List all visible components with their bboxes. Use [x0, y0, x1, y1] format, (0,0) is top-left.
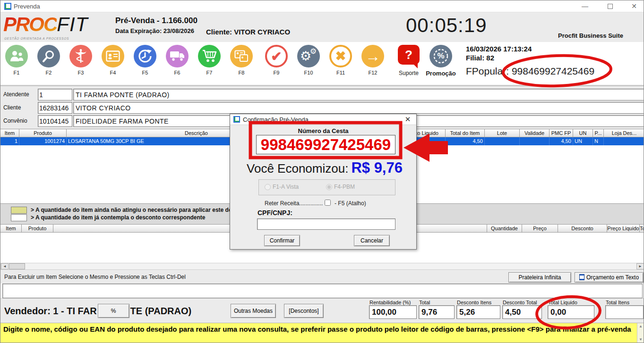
reter-receita-checkbox[interactable] [325, 200, 331, 206]
atendente-label: Atendente [3, 91, 29, 98]
minimize-button[interactable]: — [575, 0, 595, 12]
help-bubble-icon: ? [398, 45, 420, 65]
status-bar: Digite o nome, código ou EAN do produto … [0, 323, 644, 343]
column-header[interactable]: Lote [485, 129, 520, 137]
scroll-down-icon[interactable]: ▼ [637, 336, 644, 343]
column-header[interactable]: P... [593, 129, 604, 137]
economizou-label: Você Economizou: [247, 161, 348, 176]
column-header[interactable]: Produto [22, 224, 53, 233]
horizontal-scrollbar[interactable]: ◄ ► [0, 263, 644, 270]
radio-pbm-icon[interactable] [326, 184, 332, 190]
cards-icon [230, 45, 253, 67]
cliente-name-input[interactable] [73, 102, 644, 114]
column-header[interactable]: Produto [19, 129, 67, 137]
toolbar-button-f12[interactable]: → F12 [357, 45, 389, 77]
suite-label: Procfit Business Suite [558, 32, 623, 39]
toolbar-button-f9[interactable]: ✔ F9 [260, 45, 292, 77]
prevenda-number: Pré-Venda - 1.166.000 [115, 16, 197, 25]
convenio-label: Convênio [3, 117, 27, 124]
header: PROCFIT GESTÃO ORIENTADA A PROCESSOS Pré… [0, 12, 644, 42]
reter-receita-label: Reter Receita............... [265, 200, 323, 207]
fpopular-label: FPopular: [466, 66, 509, 76]
radio-avista-icon[interactable] [265, 184, 271, 190]
toolbar-button-f11[interactable]: ✖ F11 [325, 45, 357, 77]
column-header[interactable]: Quantidade [487, 224, 522, 233]
prateleira-infinita-button[interactable]: Prateleira Infinita [508, 272, 571, 283]
atendente-name-input[interactable] [73, 89, 644, 100]
radio-f4-pbm[interactable]: F4-PBM [326, 184, 355, 190]
product-entry-input[interactable] [2, 284, 643, 298]
filial-label: Filial: 82 [466, 53, 642, 62]
maximize-icon [608, 4, 613, 9]
toolbar-button-f7[interactable]: F7 [193, 45, 225, 77]
radio-f1-avista[interactable]: F1-A Vista [265, 184, 299, 190]
column-header[interactable]: PMC FP [550, 129, 573, 137]
truck-icon [166, 45, 189, 67]
scroll-up-icon[interactable]: ▲ [637, 323, 644, 330]
check-icon: ✔ [265, 45, 288, 67]
close-button[interactable]: ✕ [624, 0, 644, 12]
rentabilidade-label: Rentabilidade (%) [369, 300, 411, 305]
fpopular-value: 998469927425469 [512, 66, 594, 76]
maximize-button[interactable] [600, 0, 620, 12]
expiration-date: Data Expiração: 23/08/2026 [115, 27, 194, 34]
cpf-cnpj-input[interactable] [257, 218, 395, 230]
procfit-logo: PROCFIT GESTÃO ORIENTADA A PROCESSOS [3, 13, 88, 36]
total-itens-label: Total Itens [606, 300, 629, 305]
total-liquido-label: Total Liquido [548, 300, 577, 305]
descontos-button[interactable]: [Descontos] [284, 304, 324, 318]
total-itens-value [605, 305, 644, 319]
toolbar-button-f2[interactable]: F2 [33, 45, 65, 77]
orcamento-texto-button[interactable]: Orçamento em Texto [575, 272, 644, 283]
toolbar-button-f10[interactable]: ⚙ ⚙ F10 [292, 45, 325, 77]
caduceus-icon [69, 45, 92, 67]
excluir-bar: Para Excluir um Item Selecione o Mesmo e… [0, 270, 644, 284]
column-header[interactable]: Item [0, 129, 19, 137]
toolbar-button-f5[interactable]: F5 [129, 45, 161, 77]
rentabilidade-value: 100,00 [369, 305, 417, 319]
history-clock-icon [134, 45, 156, 67]
scroll-left-icon[interactable]: ◄ [1, 263, 9, 269]
arrow-right-icon: → [361, 45, 384, 67]
convenio-code-input[interactable] [38, 115, 72, 127]
atendente-code-input[interactable] [38, 89, 72, 100]
toolbar-button-f1[interactable]: F1 [0, 45, 33, 77]
legend-line-2: > A quantidade do item já contempla o de… [31, 214, 206, 221]
toolbar-button-promocao[interactable]: % Promoção [425, 45, 457, 77]
desconto-total-label: Desconto Total [503, 300, 537, 305]
column-header[interactable]: Loja Des... [604, 129, 644, 137]
column-header[interactable]: Preço [522, 224, 558, 233]
column-header[interactable]: Item [0, 224, 22, 233]
status-message: Digite o nome, código ou EAN do produto … [3, 325, 632, 334]
outras-moedas-button[interactable]: Outras Moedas [231, 304, 276, 318]
toolbar-button-f4[interactable]: F4 [97, 45, 129, 77]
toolbar-button-f3[interactable]: F3 [65, 45, 97, 77]
desconto-total-value: 4,50 [502, 305, 542, 319]
column-header[interactable]: Validade [520, 129, 550, 137]
confirmar-button[interactable]: Confirmar [264, 235, 300, 246]
scrollbar-thumb[interactable] [9, 263, 25, 269]
cancelar-button[interactable]: Cancelar [354, 235, 390, 246]
desconto-itens-value: 5,26 [456, 305, 500, 319]
percent-button[interactable]: % [98, 304, 129, 318]
cliente-code-input[interactable] [38, 102, 72, 114]
dialog-title: Confirmação Pré-Venda [243, 116, 309, 123]
toolbar-button-suporte[interactable]: ? Suporte [393, 45, 425, 77]
total-label: Total [419, 300, 430, 305]
column-header[interactable]: Preço Liquido [607, 224, 640, 233]
toolbar-button-f6[interactable]: F6 [161, 45, 193, 77]
column-header[interactable]: Total [640, 224, 644, 233]
title-bar: Prevenda — ✕ [0, 0, 644, 12]
column-header[interactable]: UN [573, 129, 593, 137]
economizou-value: R$ 9,76 [351, 159, 403, 176]
scroll-right-icon[interactable]: ► [636, 263, 644, 269]
app-icon [233, 116, 240, 123]
bottom-bar: Vendedor: 1 - TI FAR % TE (PADRAO) Outra… [0, 298, 644, 323]
confirmacao-dialog: Confirmação Pré-Venda ✕ Número da Cesta … [230, 114, 417, 250]
dialog-close-icon[interactable]: ✕ [401, 115, 414, 124]
status-scrollbar[interactable]: ▲ ▼ [637, 323, 644, 343]
toolbar-button-f8[interactable]: F8 [225, 45, 258, 77]
column-header[interactable]: Desconto [558, 224, 607, 233]
window-title: Prevenda [14, 3, 40, 10]
column-header[interactable]: Total do Item [446, 129, 485, 137]
